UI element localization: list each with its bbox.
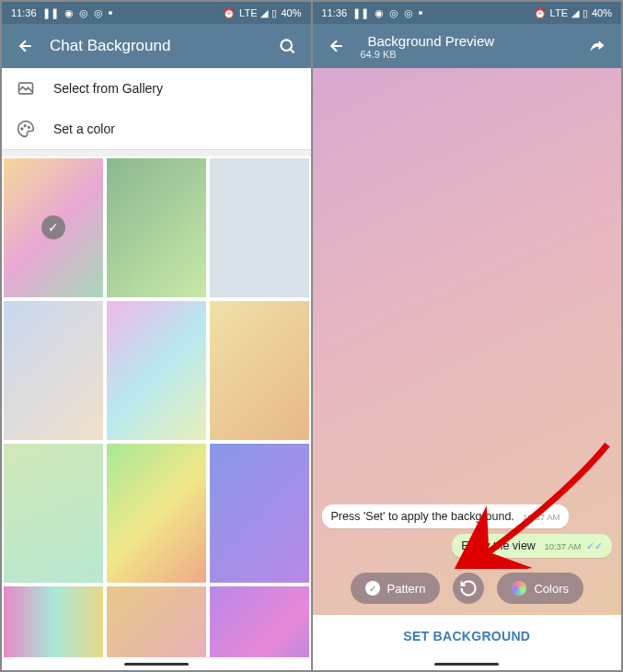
wallpaper-tile[interactable]	[210, 158, 309, 297]
gallery-label: Select from Gallery	[53, 81, 163, 96]
page-subtitle: 64.9 KB	[361, 49, 495, 60]
wallpaper-tile[interactable]	[4, 158, 103, 297]
wallpaper-tile[interactable]	[107, 158, 206, 297]
rotate-icon	[459, 579, 478, 597]
pause-icon: ❚❚	[352, 7, 369, 19]
share-button[interactable]	[581, 29, 614, 63]
nav-indicator[interactable]	[313, 657, 622, 670]
signal-icon: ◢	[260, 7, 268, 19]
wallpaper-tile[interactable]	[107, 301, 206, 440]
set-background-bar: SET BACKGROUND	[313, 615, 622, 657]
message-text: Enjoy the view	[461, 539, 536, 552]
battery-level: 40%	[281, 7, 301, 18]
select-from-gallery[interactable]: Select from Gallery	[2, 68, 311, 109]
app3-icon: ◎	[404, 7, 413, 19]
status-time: 11:36	[11, 7, 37, 18]
svg-point-4	[29, 127, 30, 129]
status-bar: 11:36 ❚❚ ◉ ◎ ◎ ⏰ LTE ◢ ▯ 40%	[2, 2, 311, 24]
section-divider	[2, 149, 311, 156]
wallpaper-grid	[2, 156, 311, 657]
wallpaper-tile[interactable]	[210, 586, 309, 657]
wallpaper-tile[interactable]	[4, 444, 103, 583]
wallpaper-tile[interactable]	[107, 586, 206, 657]
colors-label: Colors	[534, 582, 569, 596]
message-out: Enjoy the view 10:37 AM ✓✓	[452, 534, 612, 558]
arrow-left-icon	[17, 37, 35, 55]
back-button[interactable]	[320, 29, 353, 63]
dot-icon	[109, 11, 112, 15]
network-label: LTE	[550, 7, 568, 18]
message-in: Press 'Set' to apply the background. 10:…	[322, 504, 570, 528]
app-bar: Chat Background	[2, 24, 311, 68]
options-list: Select from Gallery Set a color	[2, 68, 311, 149]
battery-icon: ▯	[583, 7, 588, 19]
left-phone: 11:36 ❚❚ ◉ ◎ ◎ ⏰ LTE ◢ ▯ 40% Chat Backgr…	[2, 2, 311, 670]
svg-point-0	[281, 40, 292, 51]
status-bar: 11:36 ❚❚ ◉ ◎ ◎ ⏰ LTE ◢ ▯ 40%	[313, 2, 622, 24]
check-icon: ✓	[365, 581, 380, 596]
alarm-icon: ⏰	[534, 7, 547, 19]
app3-icon: ◎	[94, 7, 103, 19]
wallpaper-tile[interactable]	[107, 444, 206, 583]
set-color-label: Set a color	[53, 122, 115, 136]
pause-icon: ❚❚	[42, 7, 59, 19]
arrow-left-icon	[328, 37, 346, 55]
back-button[interactable]	[9, 29, 42, 63]
search-button[interactable]	[271, 29, 304, 63]
message-text: Press 'Set' to apply the background.	[331, 510, 514, 523]
colors-button[interactable]: Colors	[497, 573, 583, 604]
network-label: LTE	[239, 7, 257, 18]
dot-icon	[419, 11, 422, 15]
svg-point-2	[21, 128, 23, 130]
color-wheel-icon	[512, 581, 526, 596]
search-icon	[278, 37, 296, 55]
pattern-button[interactable]: ✓ Pattern	[351, 573, 441, 604]
battery-level: 40%	[592, 7, 612, 18]
app1-icon: ◉	[375, 7, 384, 19]
battery-icon: ▯	[271, 7, 277, 19]
set-background-button[interactable]: SET BACKGROUND	[403, 629, 530, 643]
status-time: 11:36	[322, 7, 348, 18]
background-preview: Press 'Set' to apply the background. 10:…	[313, 68, 622, 615]
nav-indicator[interactable]	[2, 657, 311, 670]
right-phone: 11:36 ❚❚ ◉ ◎ ◎ ⏰ LTE ◢ ▯ 40% Background …	[313, 2, 622, 670]
alarm-icon: ⏰	[223, 7, 236, 19]
message-time: 10:37 AM	[544, 541, 581, 551]
palette-icon	[17, 120, 35, 138]
share-icon	[588, 37, 606, 55]
wallpaper-tile[interactable]	[4, 301, 103, 440]
page-title: Chat Background	[50, 37, 170, 55]
wallpaper-tile[interactable]	[210, 301, 309, 440]
svg-point-3	[24, 125, 26, 127]
page-title: Background Preview	[368, 33, 495, 49]
wallpaper-tile[interactable]	[4, 586, 103, 657]
set-a-color[interactable]: Set a color	[2, 109, 311, 149]
pattern-label: Pattern	[387, 582, 426, 596]
wallpaper-tile[interactable]	[210, 444, 309, 583]
message-time: 10:37 AM	[523, 512, 560, 522]
gallery-icon	[17, 79, 35, 98]
app-bar: Background Preview 64.9 KB	[313, 24, 622, 68]
rotate-button[interactable]	[453, 573, 484, 604]
app2-icon: ◎	[79, 7, 88, 19]
signal-icon: ◢	[571, 7, 579, 19]
read-ticks-icon: ✓✓	[586, 540, 603, 551]
preview-controls: ✓ Pattern Colors	[322, 573, 613, 604]
app1-icon: ◉	[64, 7, 74, 19]
app2-icon: ◎	[389, 7, 398, 19]
